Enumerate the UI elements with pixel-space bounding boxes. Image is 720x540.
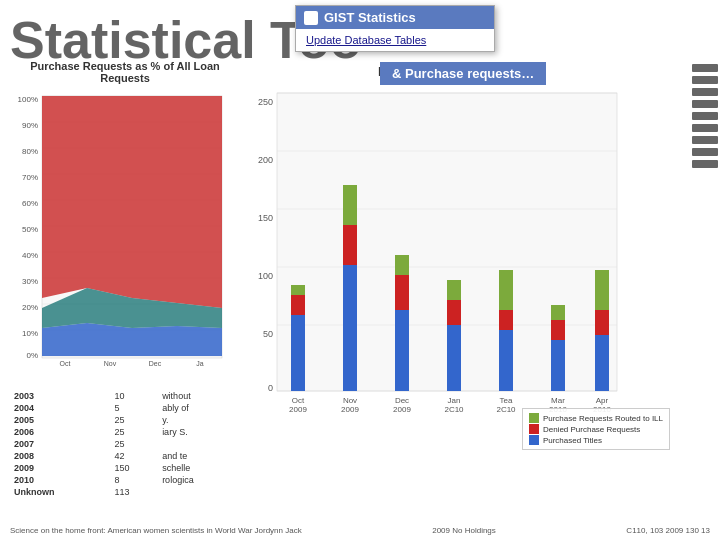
bottom-text-area: Science on the home front: American wome… (10, 526, 710, 535)
svg-text:250: 250 (258, 97, 273, 107)
svg-text:Nov: Nov (343, 396, 357, 405)
svg-rect-50 (343, 265, 357, 391)
right-chart-container: Purchase Request Results 250 200 150 100… (245, 60, 675, 460)
svg-text:Oct: Oct (292, 396, 305, 405)
right-chart-svg: 250 200 150 100 50 0 (245, 85, 675, 425)
left-chart-title: Purchase Requests as % of All Loan Reque… (10, 60, 240, 84)
svg-text:100%: 100% (18, 95, 38, 104)
svg-rect-58 (447, 280, 461, 300)
svg-text:50%: 50% (22, 225, 38, 234)
svg-rect-49 (291, 285, 305, 295)
svg-text:2009: 2009 (393, 405, 411, 414)
svg-text:0%: 0% (26, 351, 38, 360)
svg-rect-65 (595, 335, 609, 391)
sidebar-line-4 (692, 100, 718, 108)
legend-color-green (529, 413, 539, 423)
chart-icon (304, 11, 318, 25)
svg-text:2009: 2009 (102, 367, 118, 368)
svg-marker-23 (42, 96, 222, 308)
left-chart-svg: 100% 90% 80% 70% 60% 50% 40% 30% 20% 10%… (10, 88, 230, 368)
svg-rect-53 (395, 310, 409, 391)
svg-text:2C10: 2C10 (496, 405, 516, 414)
svg-text:Ja: Ja (196, 360, 204, 367)
svg-rect-62 (551, 340, 565, 391)
svg-rect-64 (551, 305, 565, 320)
year-table: 200310without 20045ably of 200525y. 2006… (10, 390, 240, 498)
svg-text:30%: 30% (22, 277, 38, 286)
svg-text:Nov: Nov (104, 360, 117, 367)
svg-rect-61 (499, 270, 513, 310)
legend-label-routed: Purchase Requests Routed to ILL (543, 414, 663, 423)
svg-rect-63 (551, 320, 565, 340)
sidebar-line-1 (692, 64, 718, 72)
legend-label-purchased: Purchased Titles (543, 436, 602, 445)
legend-color-red (529, 424, 539, 434)
svg-text:60%: 60% (22, 199, 38, 208)
svg-text:0: 0 (268, 383, 273, 393)
svg-text:20%: 20% (22, 303, 38, 312)
legend-label-denied: Denied Purchase Requests (543, 425, 640, 434)
bottom-text-left: Science on the home front: American wome… (10, 526, 302, 535)
svg-text:Mar: Mar (551, 396, 565, 405)
svg-text:Tea: Tea (500, 396, 513, 405)
svg-text:Oct: Oct (60, 360, 71, 367)
svg-text:2009: 2009 (289, 405, 307, 414)
sidebar-line-3 (692, 88, 718, 96)
dropdown-menu: GIST Statistics Update Database Tables (295, 5, 495, 52)
svg-text:Dec: Dec (149, 360, 162, 367)
svg-text:200: 200 (258, 155, 273, 165)
svg-rect-59 (499, 330, 513, 391)
svg-text:100: 100 (258, 271, 273, 281)
svg-text:50: 50 (263, 329, 273, 339)
sidebar-line-5 (692, 112, 718, 120)
svg-rect-55 (395, 255, 409, 275)
legend-color-blue (529, 435, 539, 445)
svg-text:20: 20 (196, 367, 204, 368)
sidebar-line-9 (692, 160, 718, 168)
svg-text:150: 150 (258, 213, 273, 223)
svg-text:Dec: Dec (395, 396, 409, 405)
svg-text:Apr: Apr (596, 396, 609, 405)
legend-item-purchased: Purchased Titles (529, 435, 663, 445)
legend-item-routed: Purchase Requests Routed to ILL (529, 413, 663, 423)
svg-rect-54 (395, 275, 409, 310)
svg-rect-56 (447, 325, 461, 391)
svg-text:90%: 90% (22, 121, 38, 130)
sidebar-line-8 (692, 148, 718, 156)
svg-text:70%: 70% (22, 173, 38, 182)
svg-rect-60 (499, 310, 513, 330)
svg-rect-47 (291, 315, 305, 391)
sidebar-line-7 (692, 136, 718, 144)
svg-rect-57 (447, 300, 461, 325)
chart-legend: Purchase Requests Routed to ILL Denied P… (522, 408, 670, 450)
svg-text:Jan: Jan (448, 396, 461, 405)
dropdown-item-update-db[interactable]: Update Database Tables (296, 29, 494, 51)
svg-rect-67 (595, 270, 609, 310)
svg-text:10%: 10% (22, 329, 38, 338)
bottom-text-right: C110, 103 2009 130 13 (626, 526, 710, 535)
svg-rect-48 (291, 295, 305, 315)
dropdown-header: GIST Statistics (296, 6, 494, 29)
svg-rect-66 (595, 310, 609, 335)
svg-text:40%: 40% (22, 251, 38, 260)
svg-text:2C10: 2C10 (444, 405, 464, 414)
svg-text:2009: 2009 (341, 405, 359, 414)
left-chart-container: Purchase Requests as % of All Loan Reque… (10, 60, 240, 400)
right-sidebar (690, 60, 720, 440)
sidebar-line-6 (692, 124, 718, 132)
legend-item-denied: Denied Purchase Requests (529, 424, 663, 434)
svg-text:2008: 2008 (57, 367, 73, 368)
purchase-banner: & Purchase requests… (380, 62, 546, 85)
sidebar-line-2 (692, 76, 718, 84)
svg-text:2009: 2009 (147, 367, 163, 368)
bottom-text-middle: 2009 No Holdings (432, 526, 496, 535)
svg-text:80%: 80% (22, 147, 38, 156)
svg-rect-51 (343, 225, 357, 265)
svg-rect-52 (343, 185, 357, 225)
dropdown-title: GIST Statistics (324, 10, 416, 25)
